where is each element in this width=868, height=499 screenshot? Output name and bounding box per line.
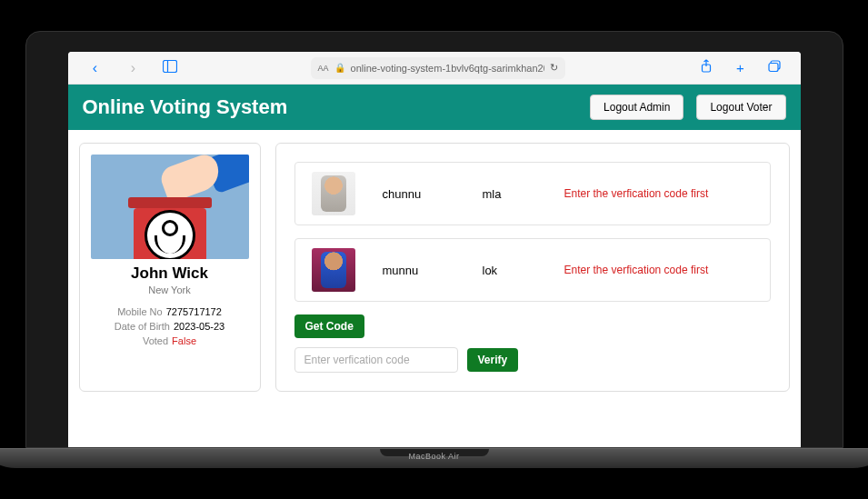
laptop-brand-label: MacBook Air [408, 452, 459, 461]
candidates-panel: chunnu mla Enter the verfication code fi… [275, 143, 790, 392]
url-text: online-voting-system-1bvlv6qtg-sarimkhan… [351, 63, 544, 74]
svg-rect-0 [163, 61, 176, 73]
candidate-row: chunnu mla Enter the verfication code fi… [294, 162, 771, 225]
profile-card: John Wick New York Mobile No7275717172 D… [79, 143, 261, 392]
browser-toolbar: ‹ › AA 🔒 online-voting-system-1bvlv6qtg-… [68, 52, 801, 85]
lock-icon: 🔒 [334, 63, 345, 73]
profile-dob-row: Date of Birth2023-05-23 [91, 321, 249, 332]
candidate-name: munnu [383, 264, 455, 277]
url-bar[interactable]: AA 🔒 online-voting-system-1bvlv6qtg-sari… [311, 57, 565, 79]
candidate-message: Enter the verfication code first [564, 264, 753, 276]
logout-voter-button[interactable]: Logout Voter [696, 95, 785, 120]
profile-voted-row: VotedFalse [91, 335, 249, 346]
candidate-row: munnu lok Enter the verfication code fir… [294, 238, 771, 302]
sidebar-icon[interactable] [157, 60, 183, 75]
laptop-base: MacBook Air [0, 448, 868, 468]
reload-icon[interactable]: ↻ [550, 62, 558, 74]
verify-button[interactable]: Verify [467, 348, 519, 372]
profile-location: New York [91, 284, 249, 295]
profile-hero-image [91, 155, 249, 259]
laptop-frame: ‹ › AA 🔒 online-voting-system-1bvlv6qtg-… [25, 31, 843, 468]
svg-rect-4 [769, 64, 778, 72]
verification-code-input[interactable] [294, 347, 458, 373]
avatar-icon [145, 210, 195, 259]
logout-admin-button[interactable]: Logout Admin [590, 95, 683, 120]
app-header: Online Voting System Logout Admin Logout… [68, 85, 801, 130]
candidate-photo [312, 248, 355, 292]
forward-button[interactable]: › [119, 60, 148, 76]
candidate-photo [312, 172, 355, 215]
share-icon[interactable] [693, 59, 719, 76]
tabs-icon[interactable] [763, 60, 788, 75]
get-code-button[interactable]: Get Code [294, 314, 364, 338]
profile-mobile-row: Mobile No7275717172 [91, 306, 249, 317]
font-size-label: AA [318, 64, 329, 73]
new-tab-icon[interactable]: + [728, 60, 753, 75]
app-title: Online Voting System [83, 95, 288, 119]
candidate-role: lok [483, 264, 537, 277]
candidate-role: mla [483, 187, 537, 201]
back-button[interactable]: ‹ [81, 60, 110, 76]
candidate-message: Enter the verfication code first [564, 187, 753, 200]
candidate-name: chunnu [383, 187, 455, 201]
profile-name: John Wick [91, 264, 249, 283]
